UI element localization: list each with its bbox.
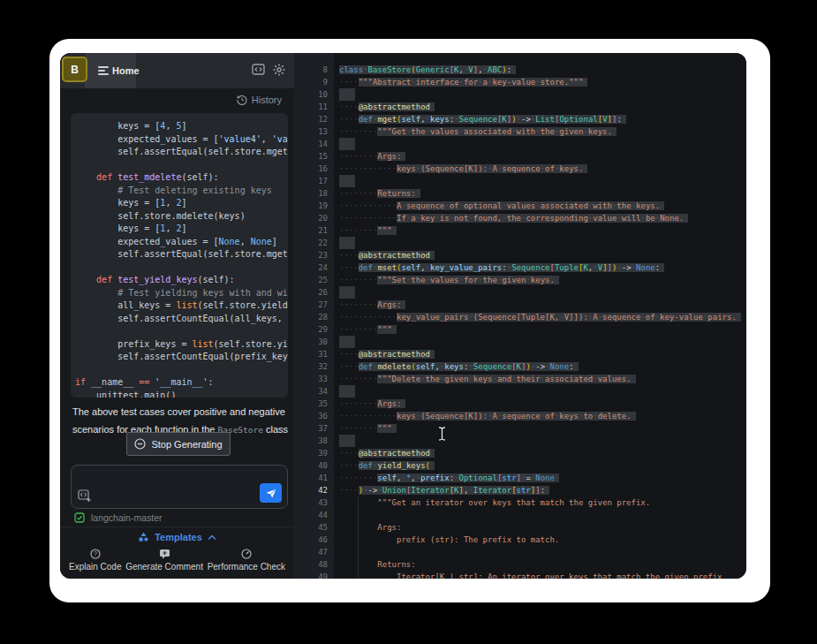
blackbox-logo[interactable]: B [62,57,87,82]
editor-line-11[interactable]: 11····@abstractmethod [294,101,746,113]
templates-toggle[interactable]: Templates [60,532,294,542]
code-line [75,325,288,338]
editor-line-47[interactable]: 47 [294,546,746,558]
app-window: Home B History keys = [4, 5] expected_va… [60,53,746,579]
insert-code-icon[interactable] [78,489,92,503]
editor-line-44[interactable]: 44 [294,509,746,521]
editor-line-46[interactable]: 46 prefix (str): The prefix to match. [294,534,746,546]
stop-generating-button[interactable]: Stop Generating [126,432,231,456]
line-number: 26 [294,286,328,299]
send-button[interactable] [260,483,282,503]
editor-line-36[interactable]: 36············keys·(Sequence[K]):·A·sequ… [294,410,746,422]
template-label: Performance Check [208,562,285,572]
code-editor[interactable]: 8class·BaseStore(Generic[K,·V],·ABC):9··… [294,53,746,579]
gauge-icon [241,549,252,559]
editor-line-24[interactable]: 24····def·mset(self,·key_value_pairs:·Se… [294,261,746,274]
editor-line-31[interactable]: 31····@abstractmethod [294,348,746,360]
generated-test-code-block[interactable]: keys = [4, 5] expected_values = ['value4… [71,113,288,398]
template-generate-comment[interactable]: Generate Comment [125,549,203,572]
code-line [75,261,288,275]
code-line: keys = [1, 2] [75,197,288,210]
home-tab-label[interactable]: Home [112,65,140,76]
editor-line-14[interactable]: 14 [294,138,746,150]
line-number: 49 [294,571,328,579]
editor-line-35[interactable]: 35········Args: [294,398,746,410]
editor-line-25[interactable]: 25········"""Set·the·values·for·the·give… [294,274,746,286]
line-number: 12 [294,113,328,125]
menu-icon[interactable] [98,66,109,75]
history-button[interactable]: History [237,95,282,105]
editor-line-16[interactable]: 16············keys·(Sequence[K]):·A·sequ… [294,163,746,175]
editor-line-20[interactable]: 20············If·a·key·is·not·found,·the… [294,212,746,224]
editor-line-18[interactable]: 18········Returns: [294,187,746,200]
editor-line-26[interactable]: 26 [294,286,746,299]
templates-icon [138,532,149,542]
line-number: 24 [294,261,328,274]
code-line: def test_mdelete(self): [75,171,288,185]
workspace-check-icon [74,512,85,523]
editor-line-45[interactable]: 45 Args: [294,521,746,534]
editor-line-42[interactable]: 42····)·->·Union[Iterator[K],·Iterator[s… [294,484,746,496]
editor-line-38[interactable]: 38 [294,435,746,447]
editor-line-17[interactable]: 17 [294,175,746,187]
code-line: self.assertCountEqual(prefix_keys, keys) [75,351,288,364]
editor-line-30[interactable]: 30 [294,336,746,348]
editor-line-9[interactable]: 9····"""Abstract·interface·for·a·key-val… [294,76,746,88]
editor-line-49[interactable]: 49 Iterator[K | str]: An iterator over k… [294,571,746,579]
line-number: 44 [294,509,328,521]
editor-line-39[interactable]: 39····@abstractmethod [294,447,746,459]
line-number: 34 [294,385,328,398]
editor-line-10[interactable]: 10 [294,88,746,101]
editor-line-15[interactable]: 15········Args: [294,150,746,163]
line-number: 45 [294,521,328,534]
line-number: 33 [294,373,328,385]
template-performance-check[interactable]: Performance Check [208,549,285,572]
line-number: 28 [294,311,328,323]
editor-line-27[interactable]: 27········Args: [294,299,746,311]
workspace-row[interactable]: langchain-master [74,512,163,523]
line-number: 48 [294,558,328,571]
line-number: 8 [294,64,328,76]
editor-line-34[interactable]: 34 [294,385,746,398]
code-window-icon[interactable] [252,64,265,76]
workspace-name: langchain-master [91,512,163,523]
editor-line-13[interactable]: 13········"""Get·the·values·associated·w… [294,125,746,138]
template-explain-code[interactable]: ?Explain Code [69,549,121,572]
editor-line-32[interactable]: 32····def·mdelete(self,·keys:·Sequence[K… [294,360,746,373]
line-number: 10 [294,88,328,101]
line-number: 14 [294,138,328,150]
stop-icon [134,438,146,450]
question-circle-icon: ? [90,549,101,559]
template-label: Generate Comment [125,562,203,572]
editor-line-48[interactable]: 48 Returns: [294,558,746,571]
editor-line-21[interactable]: 21········""" [294,224,746,237]
editor-line-19[interactable]: 19············A·sequence·of·optional·val… [294,200,746,212]
templates-label: Templates [155,532,202,542]
line-number: 18 [294,187,328,200]
ibeam-cursor-icon [436,426,448,442]
line-number: 32 [294,360,328,373]
chat-input[interactable] [71,465,288,509]
editor-line-37[interactable]: 37········""" [294,422,746,435]
gear-icon[interactable] [273,64,285,76]
code-line [75,364,288,377]
editor-line-29[interactable]: 29········""" [294,323,746,336]
line-number: 30 [294,336,328,348]
line-number: 13 [294,125,328,138]
line-number: 31 [294,348,328,360]
code-line: keys = [4, 5] [75,120,288,133]
line-number: 16 [294,163,328,175]
editor-line-23[interactable]: 23····@abstractmethod [294,249,746,261]
line-number: 9 [294,76,328,88]
editor-line-33[interactable]: 33········"""Delete·the·given·keys·and·t… [294,373,746,385]
line-number: 22 [294,237,328,249]
editor-line-40[interactable]: 40····def·yield_keys( [294,459,746,472]
editor-line-43[interactable]: 43 """Get an iterator over keys that mat… [294,496,746,509]
editor-line-22[interactable]: 22 [294,237,746,249]
editor-line-28[interactable]: 28············key_value_pairs·(Sequence[… [294,311,746,323]
line-number: 20 [294,212,328,224]
editor-line-8[interactable]: 8class·BaseStore(Generic[K,·V],·ABC): [294,64,746,76]
comment-plus-icon [159,549,170,559]
editor-line-12[interactable]: 12····def·mget(self,·keys:·Sequence[K])·… [294,113,746,125]
editor-line-41[interactable]: 41········self,·*,·prefix:·Optional[str]… [294,472,746,484]
